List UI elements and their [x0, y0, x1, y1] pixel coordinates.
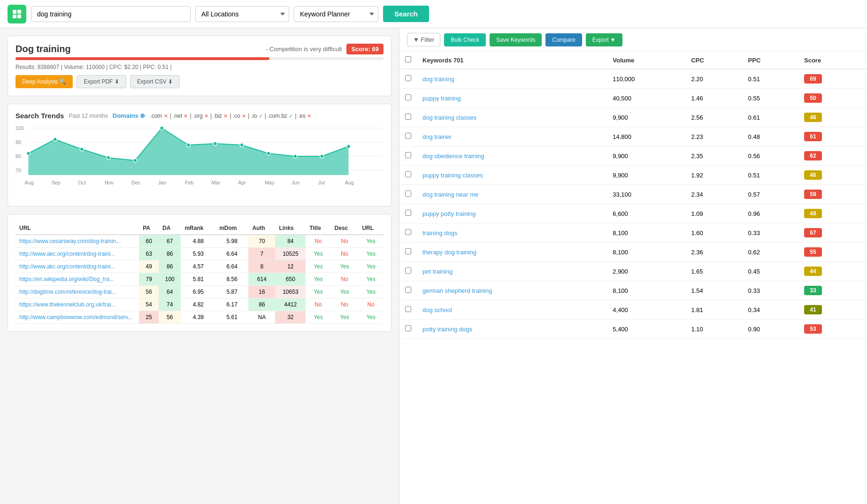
select-all-checkbox[interactable]	[405, 56, 411, 62]
volume-cell: 8,100	[607, 243, 685, 262]
keywords-table: Keywords 701 Volume CPC PPC Score dog tr…	[399, 52, 867, 339]
main-layout: Dog training - Competition is very diffi…	[0, 28, 867, 504]
url-cell[interactable]: https://en.wikipedia.org/wiki/Dog_tra...	[15, 273, 139, 286]
keyword-link[interactable]: potty training dogs	[422, 326, 472, 333]
row-checkbox[interactable]	[405, 191, 411, 197]
pa-cell: 56	[139, 286, 159, 298]
row-checkbox[interactable]	[405, 210, 411, 216]
row-checkbox-cell	[399, 223, 417, 243]
mrank-cell: 4.82	[181, 298, 215, 311]
location-select[interactable]: All Locations	[195, 6, 289, 22]
cpc-cell: 2.36	[685, 243, 742, 262]
row-checkbox[interactable]	[405, 306, 411, 312]
keyword-link[interactable]: dog trainer	[422, 133, 452, 140]
deep-analysis-button[interactable]: Deep Analysis 🔍	[15, 75, 73, 88]
mdom-cell: 5.87	[215, 286, 248, 298]
score-meta: Results: 8388607 | Volume: 110000 | CPC:…	[15, 64, 384, 70]
col-url: URL	[15, 222, 139, 235]
auth-cell: 70	[248, 235, 275, 248]
score-cell: 55	[798, 243, 867, 262]
mrank-cell: 4.39	[181, 311, 215, 324]
logo-icon[interactable]	[8, 5, 26, 23]
url-cell[interactable]: http://www.campbowwow.com/edmond/serv...	[15, 311, 139, 324]
search-input[interactable]	[31, 6, 191, 22]
keyword-link[interactable]: pet training	[422, 268, 453, 275]
col-mrank: mRank	[181, 222, 215, 235]
keyword-link[interactable]: dog school	[422, 306, 452, 313]
ppc-cell: 0.33	[743, 281, 798, 300]
row-checkbox[interactable]	[405, 229, 411, 235]
keyword-link[interactable]: puppy training classes	[422, 172, 483, 179]
volume-cell: 8,100	[607, 281, 685, 300]
export-csv-button[interactable]: Export CSV ⬇	[130, 75, 180, 88]
row-checkbox[interactable]	[405, 248, 411, 254]
keyword-link[interactable]: german shepherd training	[422, 287, 492, 294]
pa-cell: 63	[139, 248, 159, 260]
score-cell: 62	[798, 146, 867, 166]
filter-button[interactable]: ▼ Filter	[407, 33, 440, 46]
row-checkbox[interactable]	[405, 133, 411, 139]
row-checkbox[interactable]	[405, 325, 411, 331]
list-item: dog obedience training 9,900 2.35 0.56 6…	[399, 146, 867, 166]
domains-label[interactable]: Domains ⊕	[113, 112, 146, 119]
list-item: german shepherd training 8,100 1.54 0.33…	[399, 281, 867, 300]
auth-cell: 7	[248, 248, 275, 260]
right-panel: ▼ Filter Bulk Check Save Keywords Compar…	[399, 28, 867, 504]
col-cpc: CPC	[685, 52, 742, 69]
volume-cell: 33,100	[607, 185, 685, 204]
keyword-link[interactable]: dog training near me	[422, 191, 478, 198]
url-cell[interactable]: http://www.akc.org/content/dog-traini...	[15, 248, 139, 260]
keyword-link[interactable]: training dogs	[422, 229, 457, 237]
links-cell: 10653	[275, 286, 306, 298]
cpc-cell: 1.46	[685, 89, 742, 108]
score-pill: 62	[804, 151, 822, 160]
keyword-link[interactable]: puppy potty training	[422, 210, 476, 217]
tool-select[interactable]: Keyword Planner	[294, 6, 378, 22]
search-button[interactable]: Search	[383, 6, 429, 22]
col-mdom: mDom	[215, 222, 248, 235]
keyword-cell: dog training near me	[417, 185, 607, 204]
export-button[interactable]: Export ▼	[586, 33, 622, 46]
keyword-link[interactable]: dog training	[422, 76, 454, 83]
ppc-cell: 0.61	[743, 108, 798, 127]
row-checkbox[interactable]	[405, 114, 411, 120]
score-pill: 50	[804, 93, 822, 103]
score-pill: 44	[804, 267, 822, 276]
url-cell[interactable]: http://www.akc.org/content/dog-traini...	[15, 260, 139, 273]
links-cell: 10525	[275, 248, 306, 260]
row-checkbox[interactable]	[405, 267, 411, 274]
ppc-cell: 0.57	[743, 185, 798, 204]
url-cell[interactable]: https://www.thekennelclub.org.uk/trai...	[15, 298, 139, 311]
row-checkbox[interactable]	[405, 94, 411, 100]
keyword-link[interactable]: dog training classes	[422, 114, 476, 121]
export-pdf-button[interactable]: Export PDF ⬇	[77, 75, 126, 88]
row-checkbox[interactable]	[405, 287, 411, 293]
score-pill: 67	[804, 228, 822, 237]
row-checkbox[interactable]	[405, 75, 411, 81]
header: All Locations Keyword Planner Search	[0, 0, 867, 28]
keyword-link[interactable]: dog obedience training	[422, 153, 484, 160]
url-flag-cell: Yes	[358, 260, 384, 273]
compare-button[interactable]: Compare	[545, 33, 582, 46]
list-item: dog training classes 9,900 2.56 0.61 46	[399, 108, 867, 127]
mrank-cell: 5.81	[181, 273, 215, 286]
bulk-check-button[interactable]: Bulk Check	[444, 33, 486, 46]
url-cell[interactable]: https://www.cesarsway.com/dog-trainin...	[15, 235, 139, 248]
url-cell[interactable]: http://dogtime.com/reference/dog-trai...	[15, 286, 139, 298]
save-keywords-button[interactable]: Save Keywords	[490, 33, 542, 46]
list-item: pet training 2,900 1.65 0.45 44	[399, 262, 867, 281]
score-pill: 46	[804, 113, 822, 122]
keyword-link[interactable]: puppy training	[422, 95, 461, 102]
row-checkbox[interactable]	[405, 152, 411, 158]
export-dropdown-icon: ▼	[610, 37, 616, 43]
keyword-link[interactable]: therapy dog training	[422, 249, 476, 256]
list-item: puppy potty training 6,600 1.09 0.96 49	[399, 204, 867, 223]
row-checkbox[interactable]	[405, 171, 411, 177]
title-cell: Yes	[306, 273, 330, 286]
svg-text:80: 80	[15, 153, 21, 159]
pa-cell: 49	[139, 260, 159, 273]
title-cell: No	[306, 235, 330, 248]
svg-text:Oct: Oct	[78, 180, 86, 185]
url-flag-cell: No	[358, 298, 384, 311]
svg-text:Jun: Jun	[292, 180, 299, 185]
